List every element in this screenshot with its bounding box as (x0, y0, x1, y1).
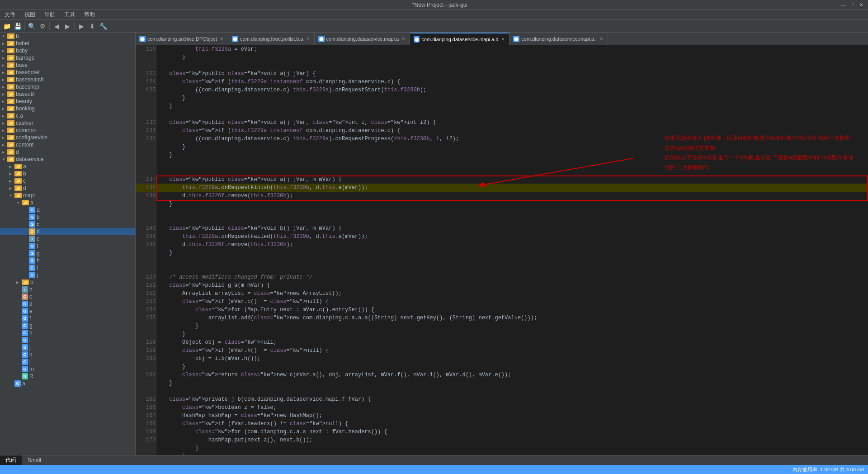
code-content: } (156, 94, 868, 102)
sidebar-item-mapi-a-b[interactable]: G b (0, 213, 135, 221)
sidebar-item-mapi-a-a[interactable]: G a (0, 206, 135, 213)
tab-dpobject[interactable]: ⬤ com.dianping.archive.DPObject ✕ (136, 33, 228, 45)
sidebar-item-mapi-j[interactable]: G j (0, 344, 135, 351)
sidebar-item-common[interactable]: ▶ 📁 common (0, 127, 135, 134)
bottom-tab-smali[interactable]: Smali (22, 456, 47, 465)
tree-label: e (29, 308, 33, 314)
class-icon: G (29, 272, 35, 278)
sidebar-item-dataservice[interactable]: ▼ 📁 dataservice (0, 156, 135, 163)
sidebar-item-baby[interactable]: ▶ 📁 baby (0, 47, 135, 54)
class-icon: G (22, 301, 28, 307)
menu-tools[interactable]: 工具 (61, 10, 78, 19)
toolbar-run[interactable]: ▶ (76, 21, 86, 31)
sidebar-item-mapi-d[interactable]: G d (0, 300, 135, 308)
sidebar-item-baseshop[interactable]: ▶ 📁 baseshop (0, 83, 135, 90)
sidebar-item-cashier[interactable]: ▶ 📁 cashier (0, 119, 135, 127)
sidebar-item-base[interactable]: ▶ 📁 base (0, 62, 135, 69)
bottom-tab-code[interactable]: 代码 (0, 455, 22, 465)
sidebar-item-mapi-a-i[interactable]: G i (0, 264, 135, 271)
sidebar-item-ds-a2[interactable]: G a (0, 380, 135, 387)
tab-mapi-a[interactable]: ⬤ com.dianping.dataservice.mapi.a ✕ (315, 33, 410, 45)
tab-mapi-a-d[interactable]: ⬤ com.dianping.dataservice.mapi.a.d ✕ (410, 33, 509, 45)
code-content: Object obj = class="kw">null; (156, 338, 868, 346)
sidebar-item-mapi-h[interactable]: G h (0, 329, 135, 337)
sidebar-item-mapi-b[interactable]: ▶ 📁 b (0, 279, 135, 286)
sidebar-item-c.a[interactable]: ▶ 📁 c.a (0, 112, 135, 119)
sidebar-item-mapi-a-e[interactable]: i e (0, 235, 135, 242)
window-controls[interactable]: — □ ✕ (840, 2, 864, 8)
sidebar[interactable]: ▼ 📁 b ▶ 📁 babel ▶ 📁 baby ▶ 📁 barrage ▶ 📁… (0, 33, 136, 455)
tab-close-mapi-a-d[interactable]: ✕ (500, 37, 505, 42)
toolbar-open[interactable]: 📁 (2, 21, 12, 31)
sidebar-item-mapi-a-h[interactable]: G h (0, 257, 135, 264)
tab-close-mapi-a-i[interactable]: ✕ (599, 36, 604, 41)
sidebar-item-mapi-a[interactable]: ▼ 📁 a (0, 199, 135, 206)
code-content: class="kw">public g a(m mVar) { (156, 281, 868, 289)
menu-navigate[interactable]: 导航 (42, 10, 58, 19)
maximize-button[interactable]: □ (849, 2, 855, 8)
tree-arrow: ▶ (2, 107, 6, 111)
class-icon: C (22, 294, 28, 300)
sidebar-item-mapi-k[interactable]: G k (0, 351, 135, 358)
code-content: } (156, 249, 868, 257)
sidebar-item-mapi-c[interactable]: C c (0, 293, 135, 300)
tree-label: dataservice (16, 156, 43, 162)
tree-label: babel (16, 40, 29, 47)
class-icon: R (22, 373, 28, 379)
sidebar-item-configservice[interactable]: ▶ 📁 configservice (0, 134, 135, 141)
menu-help[interactable]: 帮助 (81, 10, 98, 19)
sidebar-item-baseutil[interactable]: ▶ 📁 baseutil (0, 90, 135, 98)
sidebar-item-mapi-i[interactable]: G i (0, 337, 135, 344)
sidebar-item-basehotel[interactable]: ▶ 📁 basehotel (0, 69, 135, 76)
sidebar-item-mapi-a-d[interactable]: O d (0, 228, 135, 235)
sidebar-item-ds-d[interactable]: ▶ 📁 d (0, 185, 135, 192)
toolbar-settings[interactable]: ⚙ (38, 21, 47, 31)
toolbar-save[interactable]: 💾 (13, 21, 23, 31)
sidebar-item-barrage[interactable]: ▶ 📁 barrage (0, 54, 135, 62)
sidebar-item-mapi-e[interactable]: G e (0, 308, 135, 315)
tab-close-mapi-a[interactable]: ✕ (401, 36, 406, 41)
sidebar-item-mapi-b2[interactable]: i b (0, 286, 135, 293)
minimize-button[interactable]: — (840, 2, 846, 8)
sidebar-item-beauty[interactable]: ▶ 📁 beauty (0, 98, 135, 105)
sidebar-item-basesearch[interactable]: ▶ 📁 basesearch (0, 76, 135, 83)
toolbar-search[interactable]: 🔍 (27, 21, 37, 31)
sidebar-item-ds-c[interactable]: ▶ 📁 c (0, 177, 135, 185)
tab-mapi-a-i[interactable]: ⬤ com.dianping.dataservice.mapi.a.i ✕ (509, 33, 608, 45)
sidebar-item-mapi-R[interactable]: R R (0, 373, 135, 380)
sidebar-item-content[interactable]: ▶ 📁 content (0, 141, 135, 148)
sidebar-item-b[interactable]: ▼ 📁 b (0, 33, 135, 40)
tab-close-dpobject[interactable]: ✕ (219, 36, 224, 41)
line-number: 145 (136, 241, 156, 249)
sidebar-item-mapi-a-g[interactable]: G g (0, 250, 135, 257)
code-row: 151 class="kw">public g a(m mVar) { (136, 281, 868, 289)
tree-label: j (37, 272, 38, 278)
sidebar-item-ds-b[interactable]: ▶ 📁 b (0, 170, 135, 177)
sidebar-item-ds-a[interactable]: ▶ 📁 a (0, 163, 135, 170)
sidebar-item-mapi-l[interactable]: G l (0, 358, 135, 365)
sidebar-item-mapi[interactable]: ▼ 📁 mapi (0, 192, 135, 199)
menu-file[interactable]: 文件 (2, 10, 18, 19)
tab-poilist[interactable]: ⬤ com.dianping.food.poilist.b.a ✕ (228, 33, 314, 45)
toolbar-forward[interactable]: ▶ (62, 21, 72, 31)
toolbar-decompile[interactable]: ⬇ (87, 21, 97, 31)
sidebar-item-mapi-a-j[interactable]: G j (0, 271, 135, 279)
menu-view[interactable]: 视图 (22, 10, 38, 19)
tree-label: l (29, 359, 31, 365)
toolbar-back[interactable]: ◀ (52, 21, 61, 31)
toolbar-wrench[interactable]: 🔧 (98, 21, 108, 31)
sidebar-item-mapi-a-f[interactable]: G f (0, 242, 135, 250)
sidebar-item-booking[interactable]: ▶ 📁 booking (0, 105, 135, 112)
sidebar-item-mapi-m[interactable]: G m (0, 365, 135, 373)
sidebar-item-d[interactable]: ▶ 📁 d (0, 148, 135, 156)
tab-close-poilist[interactable]: ✕ (305, 36, 311, 41)
sidebar-item-mapi-g[interactable]: G g (0, 322, 135, 329)
package-icon: 📁 (7, 55, 14, 61)
sidebar-item-babel[interactable]: ▶ 📁 babel (0, 40, 135, 47)
tree-arrow: ▶ (2, 49, 6, 53)
close-button[interactable]: ✕ (858, 2, 864, 8)
code-row (136, 110, 868, 118)
sidebar-item-mapi-f[interactable]: G f (0, 315, 135, 322)
sidebar-item-mapi-a-c[interactable]: G c (0, 221, 135, 228)
code-editor[interactable]: 119 this.f3229a = eVar; } 123 class="kw"… (136, 45, 868, 455)
